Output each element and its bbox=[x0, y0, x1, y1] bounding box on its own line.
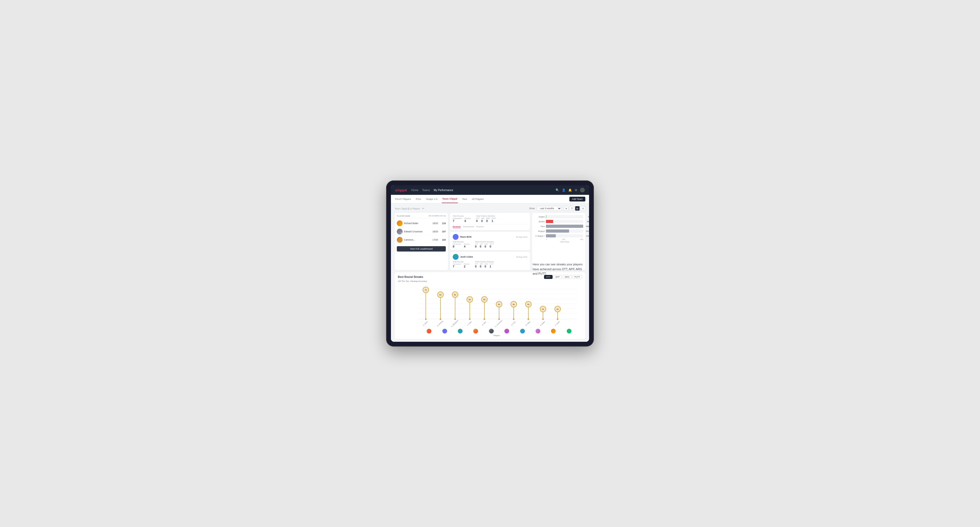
tab-tournament[interactable]: Tournament bbox=[463, 225, 474, 228]
x-axis: 0 200 400 bbox=[534, 238, 583, 240]
rees-britt-name-row: Rees Britt bbox=[453, 234, 472, 240]
bar-row-dbogeys: D. Bogeys + 131 bbox=[534, 234, 583, 237]
sub-nav-team-clippd[interactable]: Team Clippd bbox=[442, 195, 458, 203]
avatar-cameron: 3 bbox=[397, 237, 402, 243]
streaks-subtitle: Off The Tee, Fairway Accuracy bbox=[398, 280, 582, 283]
svg-text:5x: 5x bbox=[469, 298, 471, 300]
player-name-cameron: Cameron... bbox=[404, 238, 415, 241]
total-rounds-label-top: Total Rounds bbox=[453, 215, 471, 217]
svg-text:R. Britt: R. Britt bbox=[482, 321, 486, 326]
grid-view-btn[interactable]: ⊞ bbox=[564, 206, 568, 211]
svg-point-56 bbox=[542, 318, 544, 320]
sub-nav-pgat[interactable]: PGAT Players bbox=[395, 195, 412, 203]
view-icons: ⊞ ☰ ▤ ⊟ bbox=[564, 206, 585, 211]
bar-track-dbogeys: 131 bbox=[546, 234, 583, 237]
avatar-col-dford bbox=[514, 329, 530, 333]
svg-text:D. Billingham: D. Billingham bbox=[451, 320, 458, 327]
svg-point-16 bbox=[425, 318, 426, 320]
avatar-col-rbritt bbox=[484, 329, 499, 333]
avatar-col-ecrossman bbox=[499, 329, 514, 333]
annotation-text: Here you can see streaks your players ha… bbox=[533, 262, 586, 276]
svg-text:R. Butler: R. Butler bbox=[540, 321, 546, 326]
player-avatar-jcoles bbox=[473, 329, 478, 333]
bar-chart-x-title: Total Shots bbox=[534, 241, 583, 243]
svg-text:D. Ford: D. Ford bbox=[511, 321, 515, 326]
avatar-rees-britt bbox=[453, 234, 458, 240]
avatar-edward-crossman: 2 bbox=[397, 229, 402, 235]
bar-label-dbogeys: D. Bogeys + bbox=[534, 235, 545, 237]
bell-icon[interactable]: 🔔 bbox=[568, 189, 572, 192]
player-name-richard-butler: Richard Butler bbox=[404, 222, 418, 225]
bar-val-bogeys: 311 bbox=[586, 230, 589, 232]
table-row: 1 Richard Butler 19/20 110 bbox=[397, 219, 446, 227]
svg-point-41 bbox=[498, 318, 500, 320]
player-avatar-ecrossman bbox=[504, 329, 509, 333]
tab-rounds[interactable]: Rounds bbox=[453, 225, 461, 228]
sub-nav-pga[interactable]: PGA bbox=[415, 195, 422, 203]
rank-badge-2: 2 bbox=[400, 232, 402, 235]
player-avatar-mcharg bbox=[442, 329, 447, 333]
table-view-btn[interactable]: ⊟ bbox=[581, 206, 585, 211]
sub-nav-tour[interactable]: Tour bbox=[461, 195, 467, 203]
col-player-name: PLAYER NAME bbox=[397, 215, 429, 217]
leaderboard-card: PLAYER NAME PB SCORE PB AVG SQ 1 Richard… bbox=[395, 213, 448, 270]
svg-text:6x: 6x bbox=[454, 294, 456, 296]
rees-britt-date: 02 Sep 2023 bbox=[516, 236, 527, 238]
svg-point-61 bbox=[557, 318, 558, 320]
avg-richard-butler: 110 bbox=[439, 222, 446, 225]
player-richard-butler: 1 Richard Butler bbox=[397, 221, 431, 226]
player-card-top: Total Rounds Tournament 7 Practice bbox=[450, 213, 530, 230]
chart-view-btn[interactable]: ▤ bbox=[575, 206, 580, 211]
tab-practice[interactable]: Practice bbox=[476, 225, 484, 228]
logo: clippd bbox=[395, 188, 407, 192]
nav-home[interactable]: Home bbox=[411, 189, 418, 192]
svg-text:4x: 4x bbox=[513, 303, 515, 305]
bar-track-birdies: 96 bbox=[546, 220, 583, 223]
nav-teams[interactable]: Teams bbox=[422, 189, 430, 192]
bar-val-pars: 499 bbox=[586, 225, 589, 227]
team-header: Team Clippd | 14 Players ✏ Show Last 3 m… bbox=[395, 206, 585, 211]
sub-nav-hcaps[interactable]: Hcaps 1-5 bbox=[425, 195, 438, 203]
bar-chart-rows: Eagles 3 Birdies bbox=[534, 215, 583, 237]
time-filter-select[interactable]: Last 3 months Last 6 months Last 12 mont… bbox=[537, 206, 562, 211]
avatar-col-mmiller bbox=[530, 329, 546, 333]
edit-icon[interactable]: ✏ bbox=[422, 207, 424, 210]
sub-nav-all-players[interactable]: All Players bbox=[471, 195, 484, 203]
bar-label-eagles: Eagles bbox=[534, 216, 545, 218]
list-view-btn[interactable]: ☰ bbox=[570, 206, 574, 211]
josh-coles-name: Josh Coles bbox=[460, 256, 473, 258]
bar-label-birdies: Birdies bbox=[534, 221, 545, 223]
bar-val-dbogeys: 131 bbox=[586, 235, 589, 237]
svg-text:6x: 6x bbox=[439, 294, 442, 296]
avatar-col-ebert bbox=[421, 329, 437, 333]
bar-label-pars: Pars bbox=[534, 225, 545, 227]
user-icon[interactable]: 👤 bbox=[562, 189, 566, 192]
player-avatar-cquick bbox=[567, 329, 571, 333]
streak-chart-svg: 7 6 5 4 3 2 1 Best Streak, Fairway Accur… bbox=[417, 284, 577, 327]
add-team-button[interactable]: Add Team bbox=[570, 197, 585, 202]
svg-point-46 bbox=[513, 318, 514, 320]
player-cards-section: Total Rounds Tournament 7 Practice bbox=[450, 213, 530, 270]
table-row: 2 Edward Crossman 18/20 107 bbox=[397, 227, 446, 236]
avatar-josh-coles bbox=[453, 254, 458, 260]
nav-my-performance[interactable]: My Performance bbox=[434, 189, 453, 192]
bar-row-eagles: Eagles 3 bbox=[534, 215, 583, 218]
show-controls: Show Last 3 months Last 6 months Last 12… bbox=[529, 206, 585, 211]
svg-text:M. Miller: M. Miller bbox=[525, 321, 530, 326]
avg-cameron: 103 bbox=[439, 238, 446, 241]
bar-track-eagles: 3 bbox=[546, 215, 583, 218]
avatar-col-cquick bbox=[562, 329, 577, 333]
search-icon[interactable]: 🔍 bbox=[555, 189, 559, 192]
svg-text:J. Coles: J. Coles bbox=[467, 321, 472, 326]
avatar[interactable] bbox=[580, 187, 585, 192]
score-richard-butler: 19/20 bbox=[433, 222, 438, 225]
settings-icon[interactable]: ⚙ bbox=[575, 189, 578, 192]
bar-row-birdies: Birdies 96 bbox=[534, 220, 583, 223]
josh-coles-date: 26 Aug 2023 bbox=[516, 256, 527, 258]
player-name-edward-crossman: Edward Crossman bbox=[404, 230, 423, 233]
x-label-200: 200 bbox=[562, 238, 565, 240]
view-full-leaderboard-button[interactable]: View Full Leaderboard bbox=[397, 246, 446, 252]
player-avatar-rbutler bbox=[551, 329, 556, 333]
svg-text:3x: 3x bbox=[557, 308, 559, 310]
josh-coles-header: Josh Coles 26 Aug 2023 bbox=[453, 254, 527, 260]
